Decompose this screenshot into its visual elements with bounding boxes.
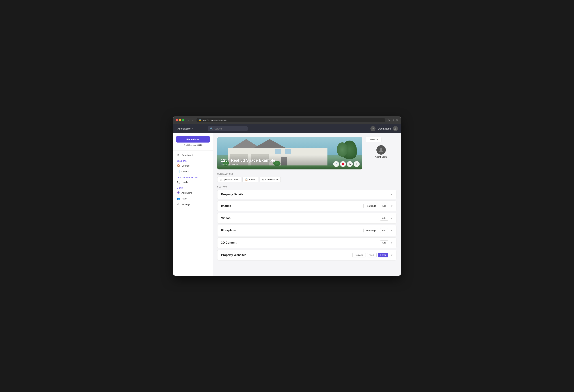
- download-button[interactable]: Download: [366, 137, 381, 142]
- sidebar-item-label: Team: [182, 197, 187, 200]
- help-button[interactable]: ?: [370, 126, 375, 131]
- svg-rect-7: [350, 164, 351, 165]
- more-share-button[interactable]: +: [354, 161, 360, 167]
- sidebar-item-label: Settings: [182, 203, 190, 206]
- section-3d-content-row: 3D Content Add ∨: [217, 238, 396, 248]
- section-floorplans-title: Floorplans: [221, 229, 363, 232]
- sidebar-leads-marketing-label: LEADS + MARKETING: [173, 174, 213, 179]
- property-websites-chevron-icon[interactable]: ∨: [391, 254, 393, 256]
- sidebar-item-orders[interactable]: 📄 Orders: [173, 168, 213, 174]
- listing-top: 1234 Real 3d Space Example Nashville, TN…: [217, 137, 396, 173]
- listing-social: P +: [333, 161, 360, 167]
- sidebar-item-label: App Store: [182, 191, 192, 194]
- sidebar: Place Order Credit balance: $0.00 🖥 Dash…: [173, 133, 213, 276]
- agent-card: Agent Name: [366, 145, 396, 158]
- search-bar: 🔍: [208, 126, 248, 131]
- browser-window: ‹ › 🔒 real-3d-space.aryeo.com ↻ ＋ ⧉ Agen…: [173, 116, 401, 276]
- agent-selector[interactable]: Agent Name ▾: [176, 127, 205, 131]
- forward-button[interactable]: ›: [191, 118, 193, 122]
- section-images-title: Images: [221, 204, 363, 207]
- floorplans-chevron-icon[interactable]: ∨: [391, 229, 393, 232]
- agent-card-name: Agent Name: [375, 156, 388, 158]
- videos-chevron-icon[interactable]: ∨: [391, 217, 393, 220]
- sidebar-item-label: Dashboard: [182, 154, 193, 156]
- close-button[interactable]: [176, 119, 178, 121]
- property-websites-editor-button[interactable]: Editor: [378, 253, 388, 257]
- credit-balance: Credit balance: $0.00: [173, 144, 213, 149]
- videos-add-button[interactable]: Add: [380, 216, 388, 221]
- section-property-details-row: Property Details ∨: [217, 190, 396, 199]
- facebook-share-button[interactable]: [333, 161, 339, 167]
- listing-main: 1234 Real 3d Space Example Nashville, TN…: [217, 137, 362, 173]
- 3d-content-chevron-icon[interactable]: ∨: [391, 241, 393, 244]
- search-icon: 🔍: [210, 127, 213, 130]
- traffic-lights: [176, 119, 184, 121]
- team-icon: 👥: [177, 197, 180, 200]
- search-input[interactable]: [214, 127, 246, 130]
- floorplans-add-button[interactable]: Add: [380, 228, 388, 233]
- section-images-actions: Rearrange Add ∨: [363, 204, 393, 208]
- chevron-down-icon: ▾: [192, 128, 193, 130]
- pinterest-share-button[interactable]: P: [340, 161, 346, 167]
- sidebar-item-listings[interactable]: 🏠 Listings: [173, 163, 213, 168]
- floorplans-rearrange-button[interactable]: Rearrange: [363, 228, 378, 233]
- settings-icon: ⚙: [177, 203, 180, 206]
- sidebar-item-label: Listings: [182, 165, 189, 167]
- lock-icon: 🔒: [199, 119, 201, 121]
- property-websites-domains-button[interactable]: Domains: [352, 253, 366, 257]
- minimize-button[interactable]: [179, 119, 181, 121]
- tabs-icon[interactable]: ⧉: [396, 119, 398, 122]
- sidebar-item-leads[interactable]: 📞 Leads: [173, 179, 213, 185]
- top-nav: Agent Name ▾ 🔍 ? Agent Name: [173, 124, 401, 133]
- place-order-button[interactable]: Place Order: [176, 136, 210, 143]
- svg-rect-8: [350, 165, 350, 165]
- orders-icon: 📄: [177, 170, 180, 173]
- svg-point-0: [395, 127, 396, 129]
- property-details-chevron-icon[interactable]: ∨: [391, 193, 393, 196]
- svg-rect-3: [349, 163, 350, 164]
- section-images-row: Images Rearrange Add ∨: [217, 201, 396, 211]
- section-3d-content-title: 3D Content: [221, 241, 380, 244]
- sidebar-item-dashboard[interactable]: 🖥 Dashboard: [173, 152, 213, 158]
- browser-actions: ↻ ＋ ⧉: [388, 119, 398, 122]
- refresh-icon[interactable]: ↻: [388, 119, 390, 122]
- app-layout: Agent Name ▾ 🔍 ? Agent Name: [173, 124, 401, 276]
- listing-title: 1234 Real 3d Space Example: [221, 158, 275, 163]
- section-floorplans-actions: Rearrange Add ∨: [363, 228, 393, 233]
- sidebar-divider: [173, 150, 213, 151]
- images-chevron-icon[interactable]: ∨: [391, 205, 393, 207]
- add-files-button[interactable]: 📋 + Files: [242, 177, 258, 182]
- listing-hero: 1234 Real 3d Space Example Nashville, TN…: [217, 137, 362, 169]
- section-videos-row: Videos Add ∨: [217, 213, 396, 224]
- section-videos-actions: Add ∨: [380, 216, 393, 221]
- svg-text:P: P: [343, 164, 343, 165]
- svg-point-10: [380, 148, 382, 150]
- images-rearrange-button[interactable]: Rearrange: [363, 204, 378, 208]
- section-3d-content: 3D Content Add ∨: [217, 237, 396, 248]
- svg-rect-9: [350, 165, 351, 165]
- sidebar-item-settings[interactable]: ⚙ Settings: [173, 201, 213, 207]
- home-icon: 🏠: [177, 164, 180, 167]
- svg-rect-5: [349, 164, 350, 165]
- sidebar-item-label: Orders: [182, 170, 189, 173]
- app-store-icon: 🔮: [177, 191, 180, 194]
- update-address-button[interactable]: ◎ Update Address: [217, 177, 241, 182]
- back-button[interactable]: ‹: [188, 118, 190, 122]
- section-property-details: Property Details ∨: [217, 190, 396, 199]
- sidebar-item-team[interactable]: 👥 Team: [173, 196, 213, 201]
- property-websites-view-button[interactable]: View: [367, 253, 377, 257]
- video-builder-button[interactable]: ⊞ Video Builder: [260, 177, 281, 182]
- address-bar[interactable]: 🔒 real-3d-space.aryeo.com: [197, 118, 385, 122]
- agent-selector-name: Agent Name: [178, 127, 190, 130]
- images-add-button[interactable]: Add: [380, 204, 388, 208]
- agent-avatar: [376, 145, 386, 155]
- add-tab-icon[interactable]: ＋: [392, 119, 395, 122]
- sidebar-item-app-store[interactable]: 🔮 App Store: [173, 190, 213, 196]
- nav-agent-name: Agent Name: [378, 127, 391, 130]
- 3d-content-add-button[interactable]: Add: [380, 240, 388, 245]
- sidebar-more-label: MORE: [173, 185, 213, 190]
- listing-info: 1234 Real 3d Space Example Nashville, TN…: [221, 158, 275, 166]
- listing-address: Nashville, TN 37220: [221, 163, 275, 166]
- maximize-button[interactable]: [182, 119, 184, 121]
- qr-code-button[interactable]: [347, 161, 353, 167]
